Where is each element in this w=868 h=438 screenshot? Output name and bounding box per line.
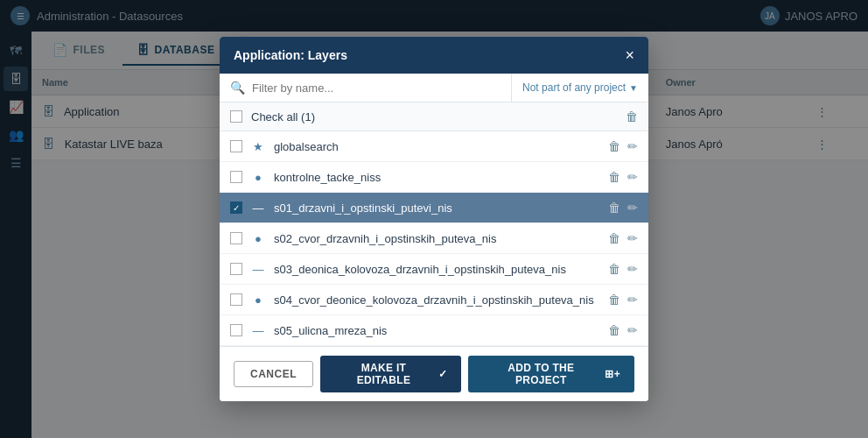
line-icon: — <box>251 263 265 276</box>
search-box: 🔍 <box>220 74 512 102</box>
layer-name: s05_ulicna_mreza_nis <box>274 324 599 337</box>
list-item: ● kontrolne_tacke_niss 🗑 ✏ <box>220 162 648 193</box>
layer-name: s01_drzavni_i_opstinski_putevi_nis <box>274 201 599 215</box>
modal-header: Application: Layers × <box>220 37 648 74</box>
layer-checkbox[interactable] <box>230 263 242 275</box>
edit-icon[interactable]: ✏ <box>627 201 638 215</box>
edit-icon[interactable]: ✏ <box>627 139 638 153</box>
search-input[interactable] <box>252 81 500 95</box>
dot-icon: ● <box>251 232 265 245</box>
delete-icon[interactable]: 🗑 <box>608 201 620 215</box>
layers-modal: Application: Layers × 🔍 Not part of any … <box>220 37 648 401</box>
list-item: ★ globalsearch 🗑 ✏ <box>220 131 648 162</box>
list-item: — s05_ulicna_mreza_nis 🗑 ✏ <box>220 315 648 346</box>
delete-icon[interactable]: 🗑 <box>608 262 620 276</box>
make-editable-button[interactable]: MAKE IT EDITABLE ✓ <box>320 356 461 392</box>
layer-actions: 🗑 ✏ <box>608 293 638 307</box>
search-icon: 🔍 <box>230 81 245 95</box>
layer-actions: 🗑 ✏ <box>608 262 638 276</box>
edit-icon[interactable]: ✏ <box>627 170 638 184</box>
modal-overlay: Application: Layers × 🔍 Not part of any … <box>0 0 868 438</box>
add-to-project-button[interactable]: ADD TO THE PROJECT ⊞+ <box>468 356 634 392</box>
project-filter-dropdown[interactable]: Not part of any project ▼ <box>512 74 648 101</box>
delete-icon[interactable]: 🗑 <box>608 139 620 153</box>
layer-actions: 🗑 ✏ <box>608 201 638 215</box>
cancel-button[interactable]: CANCEL <box>234 361 313 387</box>
edit-icon[interactable]: ✏ <box>627 231 638 245</box>
layer-actions: 🗑 ✏ <box>608 139 638 153</box>
delete-icon[interactable]: 🗑 <box>608 293 620 307</box>
modal-title: Application: Layers <box>234 48 347 62</box>
edit-icon[interactable]: ✏ <box>627 293 638 307</box>
layer-list: ★ globalsearch 🗑 ✏ ● kontrolne_tacke_nis… <box>220 131 648 346</box>
dot-icon: ● <box>251 293 265 307</box>
layer-actions: 🗑 ✏ <box>608 323 638 337</box>
layer-checkbox[interactable] <box>230 232 242 244</box>
delete-all-icon[interactable]: 🗑 <box>626 110 638 124</box>
project-filter-label: Not part of any project <box>522 81 626 94</box>
layer-name: s04_cvor_deonice_kolovoza_drzavnih_i_ops… <box>274 293 599 307</box>
star-icon: ★ <box>251 140 265 153</box>
make-editable-label: MAKE IT EDITABLE <box>334 362 433 386</box>
check-icon: ✓ <box>438 368 447 380</box>
check-all-checkbox[interactable] <box>230 110 242 123</box>
line-icon: — <box>251 201 265 215</box>
modal-footer: CANCEL MAKE IT EDITABLE ✓ ADD TO THE PRO… <box>220 346 648 401</box>
layer-checkbox[interactable]: ✓ <box>230 201 242 214</box>
list-item: ● s02_cvor_drzavnih_i_opstinskih_puteva_… <box>220 223 648 254</box>
list-item: — s03_deonica_kolovoza_drzavnih_i_opstin… <box>220 254 648 285</box>
layer-actions: 🗑 ✏ <box>608 170 638 184</box>
layers-icon: ⊞+ <box>605 368 620 380</box>
layer-actions: 🗑 ✏ <box>608 231 638 245</box>
edit-icon[interactable]: ✏ <box>627 262 638 276</box>
layer-checkbox[interactable] <box>230 171 242 183</box>
layer-checkbox[interactable] <box>230 324 242 336</box>
layer-name: s02_cvor_drzavnih_i_opstinskih_puteva_ni… <box>274 232 599 245</box>
dot-icon: ● <box>251 171 265 184</box>
check-all-row: Check all (1) 🗑 <box>220 102 648 131</box>
layer-name: globalsearch <box>274 140 599 153</box>
modal-close-button[interactable]: × <box>625 47 634 63</box>
line-icon: — <box>251 324 265 337</box>
list-item: ✓ — s01_drzavni_i_opstinski_putevi_nis 🗑… <box>220 193 648 223</box>
layer-name: s03_deonica_kolovoza_drzavnih_i_opstinsk… <box>274 263 599 276</box>
add-to-project-label: ADD TO THE PROJECT <box>482 362 599 386</box>
modal-search-row: 🔍 Not part of any project ▼ <box>220 74 648 102</box>
delete-icon[interactable]: 🗑 <box>608 231 620 245</box>
layer-checkbox[interactable] <box>230 140 242 152</box>
layer-checkbox[interactable] <box>230 293 242 306</box>
check-all-label: Check all (1) <box>251 110 617 124</box>
delete-icon[interactable]: 🗑 <box>608 170 620 184</box>
delete-icon[interactable]: 🗑 <box>608 323 620 337</box>
layer-name: kontrolne_tacke_niss <box>274 171 599 184</box>
edit-icon[interactable]: ✏ <box>627 323 638 337</box>
chevron-down-icon: ▼ <box>629 83 638 93</box>
list-item: ● s04_cvor_deonice_kolovoza_drzavnih_i_o… <box>220 285 648 315</box>
